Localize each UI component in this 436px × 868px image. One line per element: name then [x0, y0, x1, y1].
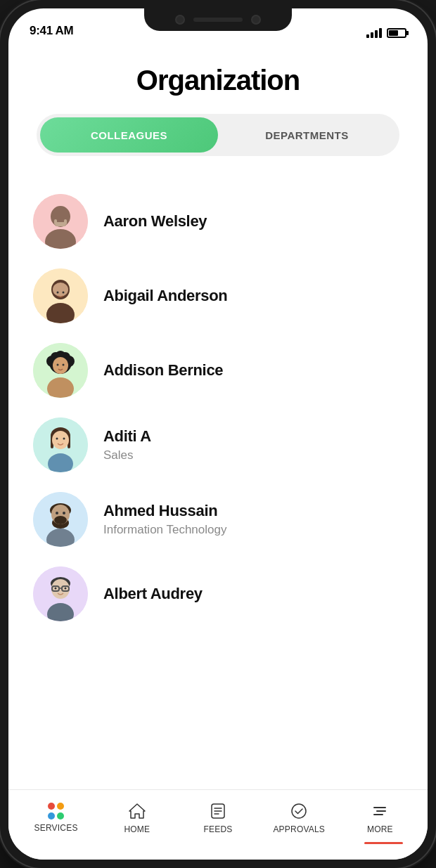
svg-point-37 [54, 516, 67, 524]
list-item[interactable]: Aaron Welsley [8, 184, 428, 259]
svg-point-22 [63, 364, 65, 366]
colleague-name: Albert Audrey [103, 585, 403, 603]
colleague-info: Aditi A Sales [103, 427, 403, 462]
avatar [33, 343, 88, 398]
colleague-list: Aaron Welsley [8, 177, 428, 638]
bottom-nav: SERVICES HOME FEEDS [8, 789, 428, 860]
status-icons [366, 28, 406, 38]
svg-point-45 [55, 588, 57, 590]
colleague-name: Aaron Welsley [103, 212, 403, 231]
approvals-icon [289, 801, 309, 821]
svg-point-36 [63, 512, 65, 514]
nav-label-services: SERVICES [34, 823, 78, 833]
colleague-name: Ahmed Hussain [103, 502, 403, 520]
nav-label-home: HOME [124, 824, 150, 834]
nav-item-more[interactable]: MORE [340, 801, 421, 834]
main-content: Organization COLLEAGUES DEPARTMENTS [8, 44, 428, 789]
colleague-department: Sales [103, 448, 403, 462]
more-icon [370, 801, 390, 821]
nav-label-more: MORE [367, 824, 393, 834]
list-item[interactable]: Addison Bernice [8, 333, 428, 408]
front-camera [175, 15, 185, 25]
notch [144, 8, 292, 31]
svg-point-28 [56, 438, 58, 440]
face-id [251, 15, 261, 25]
battery-icon [387, 28, 406, 38]
services-icon [48, 803, 65, 820]
list-item[interactable]: Aditi A Sales [8, 408, 428, 482]
avatar [33, 194, 88, 249]
colleague-info: Aaron Welsley [103, 212, 403, 231]
nav-item-feeds[interactable]: FEEDS [177, 801, 258, 834]
colleagues-tab[interactable]: COLLEAGUES [40, 117, 218, 153]
avatar [33, 492, 88, 547]
departments-tab[interactable]: DEPARTMENTS [218, 117, 396, 153]
svg-point-35 [56, 512, 58, 514]
status-time: 9:41 AM [30, 24, 73, 38]
avatar [33, 417, 88, 472]
nav-label-approvals: APPROVALS [273, 824, 325, 834]
svg-point-52 [292, 804, 306, 818]
colleague-info: Abigail Anderson [103, 287, 403, 305]
svg-rect-5 [56, 222, 65, 226]
colleague-name: Addison Bernice [103, 361, 403, 380]
colleague-info: Addison Bernice [103, 361, 403, 380]
colleague-name: Abigail Anderson [103, 287, 403, 305]
home-icon [127, 801, 147, 821]
svg-point-29 [63, 438, 65, 440]
page-title: Organization [8, 51, 428, 114]
list-item[interactable]: Albert Audrey [8, 557, 428, 631]
nav-item-home[interactable]: HOME [96, 801, 177, 834]
svg-point-27 [52, 431, 69, 449]
speaker [193, 18, 243, 22]
view-toggle: COLLEAGUES DEPARTMENTS [37, 114, 399, 156]
list-item[interactable]: Ahmed Hussain Information Technology [8, 482, 428, 557]
nav-item-services[interactable]: SERVICES [15, 803, 96, 833]
colleague-department: Information Technology [103, 523, 403, 537]
signal-icon [366, 28, 382, 38]
phone-screen: 9:41 AM Organization COLLEAGUES DE [8, 8, 428, 860]
svg-point-11 [63, 292, 65, 294]
nav-label-feeds: FEEDS [204, 824, 233, 834]
avatar [33, 268, 88, 323]
svg-point-46 [65, 588, 67, 590]
colleague-info: Ahmed Hussain Information Technology [103, 502, 403, 536]
avatar [33, 566, 88, 621]
list-item[interactable]: Abigail Anderson [8, 259, 428, 333]
svg-point-21 [57, 364, 59, 366]
nav-item-approvals[interactable]: APPROVALS [259, 801, 340, 834]
phone-frame: 9:41 AM Organization COLLEAGUES DE [0, 0, 436, 868]
svg-point-9 [53, 283, 68, 297]
colleague-name: Aditi A [103, 427, 403, 446]
home-indicator [364, 842, 403, 844]
svg-point-19 [53, 357, 68, 374]
svg-point-10 [57, 292, 59, 294]
feeds-icon [208, 801, 228, 821]
colleague-info: Albert Audrey [103, 585, 403, 603]
svg-point-41 [51, 579, 70, 599]
